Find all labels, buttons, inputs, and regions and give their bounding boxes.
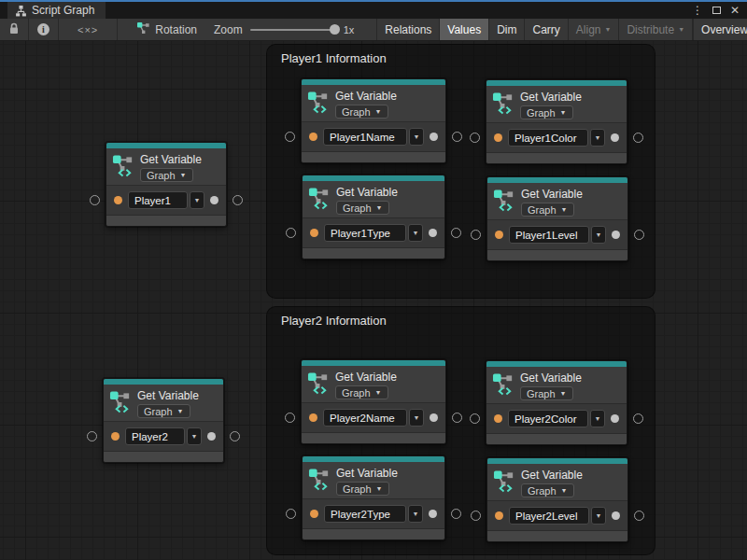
variable-name-port[interactable] bbox=[495, 511, 503, 520]
graph-kind-dropdown[interactable]: Graph ▼ bbox=[521, 483, 574, 497]
input-port-ring[interactable] bbox=[470, 133, 480, 143]
value-output-port[interactable] bbox=[612, 231, 620, 239]
variable-name-port[interactable] bbox=[310, 229, 318, 237]
output-port-ring[interactable] bbox=[633, 133, 643, 143]
node-get-variable-player2type[interactable]: Get Variable Graph ▼ Player2Type ▼ bbox=[302, 455, 445, 540]
graph-kind-dropdown[interactable]: Graph ▼ bbox=[520, 105, 573, 119]
variable-dropdown[interactable]: Player2Type ▼ bbox=[324, 505, 423, 523]
dim-button[interactable]: Dim bbox=[488, 19, 524, 40]
close-icon[interactable]: ✕ bbox=[728, 4, 741, 17]
value-output-port[interactable] bbox=[429, 229, 437, 237]
output-port-ring[interactable] bbox=[452, 132, 462, 142]
variable-name-port[interactable] bbox=[309, 413, 317, 422]
output-port-ring[interactable] bbox=[233, 195, 243, 205]
lock-button[interactable] bbox=[0, 19, 29, 40]
node-get-variable-player2level[interactable]: Get Variable Graph ▼ Player2Level ▼ bbox=[486, 457, 628, 542]
chevron-down-icon[interactable]: ▼ bbox=[591, 507, 606, 525]
node-get-variable-player1[interactable]: Get Variable Graph ▼ Player1 ▼ bbox=[106, 142, 227, 227]
value-output-port[interactable] bbox=[611, 414, 619, 423]
relations-button[interactable]: Relations bbox=[376, 19, 439, 40]
variable-dropdown[interactable]: Player1Name ▼ bbox=[323, 128, 424, 146]
output-port-ring[interactable] bbox=[633, 413, 643, 424]
carry-button[interactable]: Carry bbox=[524, 19, 567, 40]
node-get-variable-player1name[interactable]: Get Variable Graph ▼ Player1Name ▼ bbox=[301, 78, 446, 163]
overview-button[interactable]: Overview bbox=[693, 19, 747, 40]
output-port-ring[interactable] bbox=[452, 413, 462, 423]
values-button[interactable]: Values bbox=[439, 19, 488, 40]
input-port-ring[interactable] bbox=[286, 228, 296, 238]
variable-name-port[interactable] bbox=[309, 133, 317, 141]
variable-dropdown[interactable]: Player2Color ▼ bbox=[508, 410, 605, 427]
output-port-ring[interactable] bbox=[634, 511, 644, 521]
input-port-ring[interactable] bbox=[285, 132, 295, 142]
graph-canvas[interactable]: Player1 Information Player2 Information bbox=[0, 41, 747, 560]
input-port-ring[interactable] bbox=[470, 413, 480, 424]
info-button[interactable]: i bbox=[29, 19, 59, 40]
graph-kind-dropdown[interactable]: Graph ▼ bbox=[137, 404, 190, 418]
node-get-variable-player1color[interactable]: Get Variable Graph ▼ Player1Color ▼ bbox=[486, 79, 627, 164]
chevron-down-icon[interactable]: ▼ bbox=[590, 410, 605, 427]
graph-kind-dropdown[interactable]: Graph ▼ bbox=[335, 105, 388, 119]
variable-dropdown[interactable]: Player1 ▼ bbox=[128, 191, 204, 209]
variable-name-port[interactable] bbox=[310, 510, 318, 518]
output-port-ring[interactable] bbox=[230, 431, 240, 441]
maximize-icon[interactable] bbox=[710, 4, 723, 17]
align-button[interactable]: Align ▼ bbox=[568, 19, 619, 40]
rotation-control[interactable]: Rotation bbox=[127, 19, 206, 40]
input-port-ring[interactable] bbox=[285, 413, 295, 423]
node-get-variable-player1type[interactable]: Get Variable Graph ▼ Player1Type ▼ bbox=[302, 175, 445, 259]
variable-dropdown[interactable]: Player2Level ▼ bbox=[509, 507, 606, 525]
output-port-ring[interactable] bbox=[451, 228, 461, 238]
variable-name-port[interactable] bbox=[494, 414, 502, 423]
zoom-slider[interactable] bbox=[250, 29, 336, 31]
value-output-port[interactable] bbox=[207, 432, 216, 441]
chevron-down-icon[interactable]: ▼ bbox=[187, 427, 202, 445]
output-port-ring[interactable] bbox=[634, 230, 644, 240]
value-output-port[interactable] bbox=[429, 510, 437, 518]
variable-name-port[interactable] bbox=[495, 231, 503, 239]
chevron-down-icon[interactable]: ▼ bbox=[590, 129, 605, 147]
variable-name-port[interactable] bbox=[114, 196, 122, 204]
graph-kind-dropdown[interactable]: Graph ▼ bbox=[335, 385, 388, 399]
variable-dropdown[interactable]: Player1Level ▼ bbox=[509, 226, 606, 244]
group-title[interactable]: Player2 Information bbox=[267, 307, 655, 328]
variable-name-port[interactable] bbox=[111, 432, 120, 441]
graph-kind-dropdown[interactable]: Graph ▼ bbox=[521, 203, 574, 217]
graph-kind-dropdown[interactable]: Graph ▼ bbox=[520, 386, 573, 400]
graph-kind-dropdown[interactable]: Graph ▼ bbox=[140, 168, 193, 182]
tab-script-graph[interactable]: Script Graph bbox=[7, 2, 106, 19]
chevron-down-icon[interactable]: ▼ bbox=[408, 224, 423, 242]
chevron-down-icon[interactable]: ▼ bbox=[591, 226, 606, 244]
node-get-variable-player1level[interactable]: Get Variable Graph ▼ Player1Level ▼ bbox=[486, 176, 628, 261]
node-get-variable-player2[interactable]: Get Variable Graph ▼ Player2 ▼ bbox=[103, 378, 224, 463]
input-port-ring[interactable] bbox=[471, 230, 481, 240]
output-port-ring[interactable] bbox=[451, 509, 461, 519]
value-output-port[interactable] bbox=[210, 196, 218, 204]
value-output-port[interactable] bbox=[430, 413, 438, 422]
input-port-ring[interactable] bbox=[286, 509, 296, 519]
value-output-port[interactable] bbox=[611, 133, 619, 142]
input-port-ring[interactable] bbox=[87, 431, 97, 441]
node-get-variable-player2name[interactable]: Get Variable Graph ▼ Player2Name ▼ bbox=[301, 359, 446, 444]
variable-dropdown[interactable]: Player1Type ▼ bbox=[324, 224, 423, 242]
distribute-button[interactable]: Distribute ▼ bbox=[618, 19, 693, 40]
chevron-down-icon[interactable]: ▼ bbox=[408, 505, 423, 523]
graph-kind-dropdown[interactable]: Graph ▼ bbox=[336, 201, 389, 215]
zoom-slider-handle[interactable] bbox=[330, 24, 340, 35]
chevron-down-icon[interactable]: ▼ bbox=[409, 128, 424, 146]
window-menu-icon[interactable]: ⋮ bbox=[691, 4, 704, 17]
variable-dropdown[interactable]: Player1Color ▼ bbox=[508, 129, 605, 147]
chevron-down-icon[interactable]: ▼ bbox=[190, 191, 204, 209]
node-get-variable-player2color[interactable]: Get Variable Graph ▼ Player2Color ▼ bbox=[486, 360, 627, 445]
variables-toggle-button[interactable]: <×> bbox=[59, 19, 118, 40]
chevron-down-icon[interactable]: ▼ bbox=[409, 409, 424, 427]
value-output-port[interactable] bbox=[430, 133, 438, 141]
value-output-port[interactable] bbox=[612, 511, 620, 520]
group-title[interactable]: Player1 Information bbox=[267, 45, 655, 65]
input-port-ring[interactable] bbox=[471, 511, 481, 521]
graph-kind-dropdown[interactable]: Graph ▼ bbox=[336, 482, 389, 496]
variable-name-port[interactable] bbox=[494, 133, 502, 142]
variable-dropdown[interactable]: Player2 ▼ bbox=[125, 427, 202, 445]
input-port-ring[interactable] bbox=[90, 195, 100, 205]
variable-dropdown[interactable]: Player2Name ▼ bbox=[323, 409, 424, 427]
